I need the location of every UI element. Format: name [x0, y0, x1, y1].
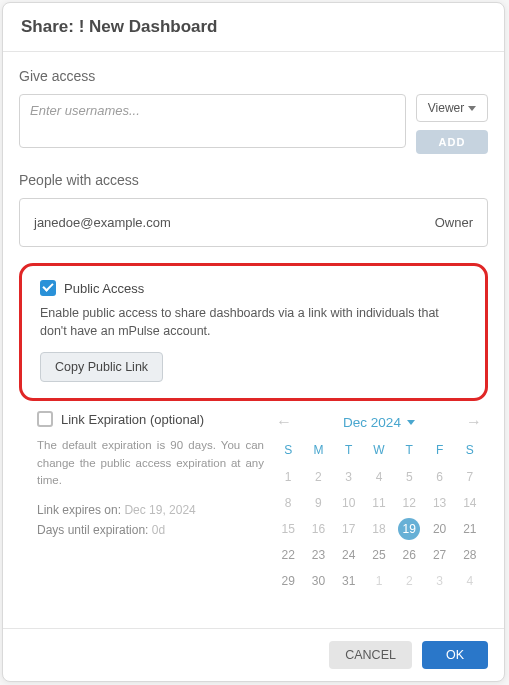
- calendar-day[interactable]: 2: [395, 569, 423, 593]
- calendar-prev-icon[interactable]: ←: [276, 413, 292, 431]
- calendar-dow: S: [456, 439, 484, 463]
- chevron-down-icon: [468, 106, 476, 111]
- calendar-day[interactable]: 3: [425, 569, 453, 593]
- calendar-day[interactable]: 23: [304, 543, 332, 567]
- calendar-day[interactable]: 10: [335, 491, 363, 515]
- dialog-title: Share: ! New Dashboard: [3, 3, 504, 52]
- calendar-dow: M: [304, 439, 332, 463]
- calendar-day[interactable]: 28: [456, 543, 484, 567]
- days-until-value: 0d: [152, 523, 165, 537]
- public-access-description: Enable public access to share dashboards…: [40, 304, 467, 340]
- days-until-label: Days until expiration:: [37, 523, 148, 537]
- link-expiration-label: Link Expiration (optional): [61, 412, 204, 427]
- calendar-dow: F: [425, 439, 453, 463]
- calendar-day[interactable]: 4: [456, 569, 484, 593]
- people-access-list: janedoe@example.com Owner: [19, 198, 488, 247]
- calendar-day-selected[interactable]: 19: [398, 518, 420, 540]
- calendar-day[interactable]: 26: [395, 543, 423, 567]
- calendar-day[interactable]: 14: [456, 491, 484, 515]
- share-dialog: Share: ! New Dashboard Give access Viewe…: [2, 2, 505, 682]
- calendar-day[interactable]: 8: [274, 491, 302, 515]
- dialog-footer: CANCEL OK: [3, 628, 504, 681]
- calendar-day[interactable]: 20: [425, 517, 453, 541]
- calendar-dow: W: [365, 439, 393, 463]
- calendar-day[interactable]: 13: [425, 491, 453, 515]
- public-access-label: Public Access: [64, 281, 144, 296]
- calendar-month-label: Dec 2024: [343, 415, 401, 430]
- calendar-day[interactable]: 1: [274, 465, 302, 489]
- person-role: Owner: [435, 215, 473, 230]
- calendar-day[interactable]: 12: [395, 491, 423, 515]
- role-select-label: Viewer: [428, 101, 464, 115]
- public-access-checkbox[interactable]: [40, 280, 56, 296]
- public-access-section: Public Access Enable public access to sh…: [19, 263, 488, 401]
- expiration-calendar: ← Dec 2024 → SMTWTFS12345678910111213141…: [274, 411, 484, 593]
- calendar-day[interactable]: 15: [274, 517, 302, 541]
- calendar-month-select[interactable]: Dec 2024: [343, 415, 415, 430]
- people-access-title: People with access: [19, 172, 488, 188]
- copy-public-link-button[interactable]: Copy Public Link: [40, 352, 163, 382]
- give-access-row: Viewer ADD: [19, 94, 488, 154]
- calendar-day[interactable]: 21: [456, 517, 484, 541]
- calendar-day[interactable]: 5: [395, 465, 423, 489]
- calendar-dow: S: [274, 439, 302, 463]
- calendar-day[interactable]: 27: [425, 543, 453, 567]
- days-until-expiration: Days until expiration: 0d: [37, 523, 264, 537]
- cancel-button[interactable]: CANCEL: [329, 641, 412, 669]
- link-expires-on: Link expires on: Dec 19, 2024: [37, 503, 264, 517]
- link-expires-on-value: Dec 19, 2024: [124, 503, 195, 517]
- add-button[interactable]: ADD: [416, 130, 488, 154]
- calendar-day[interactable]: 16: [304, 517, 332, 541]
- give-access-title: Give access: [19, 68, 488, 84]
- calendar-day[interactable]: 1: [365, 569, 393, 593]
- usernames-input[interactable]: [19, 94, 406, 148]
- link-expiration-checkbox[interactable]: [37, 411, 53, 427]
- calendar-day[interactable]: 31: [335, 569, 363, 593]
- role-select[interactable]: Viewer: [416, 94, 488, 122]
- person-email: janedoe@example.com: [34, 215, 171, 230]
- calendar-day[interactable]: 7: [456, 465, 484, 489]
- calendar-day[interactable]: 25: [365, 543, 393, 567]
- link-expires-on-label: Link expires on:: [37, 503, 121, 517]
- calendar-day[interactable]: 17: [335, 517, 363, 541]
- calendar-day[interactable]: 18: [365, 517, 393, 541]
- calendar-dow: T: [395, 439, 423, 463]
- chevron-down-icon: [407, 420, 415, 425]
- person-row: janedoe@example.com Owner: [34, 215, 473, 230]
- calendar-day[interactable]: 24: [335, 543, 363, 567]
- calendar-day[interactable]: 11: [365, 491, 393, 515]
- calendar-day[interactable]: 3: [335, 465, 363, 489]
- calendar-day[interactable]: 29: [274, 569, 302, 593]
- calendar-dow: T: [335, 439, 363, 463]
- calendar-day[interactable]: 22: [274, 543, 302, 567]
- calendar-day[interactable]: 2: [304, 465, 332, 489]
- calendar-next-icon[interactable]: →: [466, 413, 482, 431]
- calendar-day[interactable]: 6: [425, 465, 453, 489]
- link-expiration-description: The default expiration is 90 days. You c…: [37, 437, 264, 489]
- ok-button[interactable]: OK: [422, 641, 488, 669]
- calendar-day[interactable]: 9: [304, 491, 332, 515]
- calendar-day[interactable]: 4: [365, 465, 393, 489]
- link-expiration-section: Link Expiration (optional) The default e…: [19, 411, 488, 593]
- calendar-day[interactable]: 30: [304, 569, 332, 593]
